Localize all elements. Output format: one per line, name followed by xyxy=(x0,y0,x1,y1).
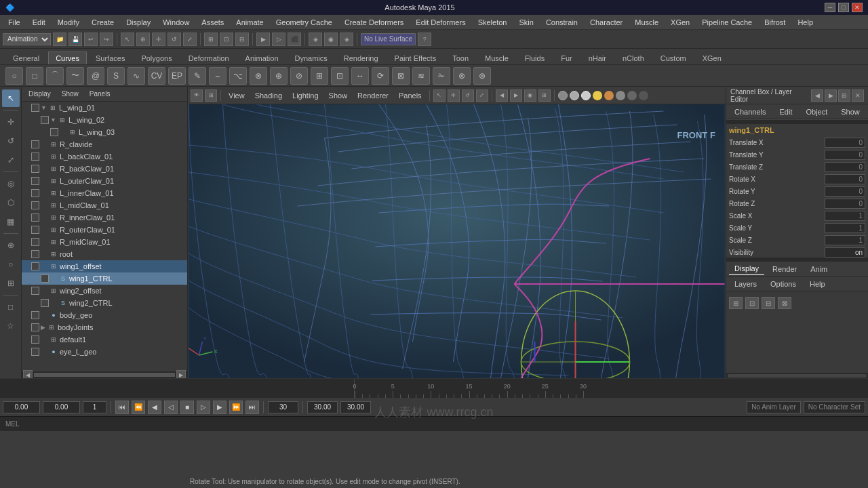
vis-toggle[interactable] xyxy=(31,104,39,112)
transport-end-time1[interactable]: 30.00 xyxy=(307,401,338,413)
vis-toggle[interactable] xyxy=(31,262,39,270)
transport-prev-key[interactable]: ◀ xyxy=(148,401,161,414)
channel-tab-show[interactable]: Show xyxy=(835,106,865,117)
transport-stop[interactable]: ■ xyxy=(180,401,194,414)
menu-item-modify[interactable]: Modify xyxy=(52,17,85,28)
curves-open-btn[interactable]: ⊕ xyxy=(270,67,288,85)
shelf-tab-xgen[interactable]: XGen xyxy=(695,52,729,64)
attr-value[interactable]: 0 xyxy=(825,199,865,209)
transport-end-time2[interactable]: 30.00 xyxy=(340,401,371,413)
shelf-tab-fluids[interactable]: Fluids xyxy=(517,52,552,64)
vp-icon-cam1[interactable]: ◀ xyxy=(496,89,508,102)
toolbar-btn-3[interactable]: ↩ xyxy=(84,33,98,46)
curves-square-btn[interactable]: □ xyxy=(26,67,43,85)
menu-item-character[interactable]: Character xyxy=(585,17,628,28)
menu-item-geometry-cache[interactable]: Geometry Cache xyxy=(271,17,338,28)
outliner-item[interactable]: ⊞L_backClaw_01 xyxy=(22,150,187,163)
menu-item-skin[interactable]: Skin xyxy=(513,17,538,28)
vis-toggle[interactable] xyxy=(31,152,39,161)
curves-rebuild-btn[interactable]: ⟳ xyxy=(372,67,389,85)
curves-cut-btn[interactable]: ✁ xyxy=(433,67,450,85)
menu-item-bifrost[interactable]: Bifrost xyxy=(759,17,791,28)
vp-icon-cam4[interactable]: ⊞ xyxy=(538,89,551,102)
vp-icon-rotate[interactable]: ↺ xyxy=(462,89,474,102)
outliner-display-menu[interactable]: Display xyxy=(24,89,55,99)
vis-toggle[interactable] xyxy=(41,274,49,283)
tool-lasso[interactable]: ○ xyxy=(2,256,20,273)
vis-toggle[interactable] xyxy=(31,323,39,331)
attr-value[interactable]: 1 xyxy=(825,235,865,245)
menu-item-file[interactable]: File xyxy=(3,17,26,28)
expand-arrow[interactable]: ▶ xyxy=(41,324,45,331)
vp-icon-move[interactable]: ✛ xyxy=(448,89,460,102)
dl-tab-render[interactable]: Render xyxy=(767,264,802,274)
outliner-scroll-left[interactable]: ◀ xyxy=(23,370,33,378)
vp-toolbar-btn2[interactable]: ⊞ xyxy=(205,89,217,102)
expand-arrow[interactable]: ▼ xyxy=(41,104,47,111)
outliner-item[interactable]: ⊞root xyxy=(22,248,187,260)
menu-item-display[interactable]: Display xyxy=(121,17,156,28)
outliner-item[interactable]: ⊞R_outerClaw_01 xyxy=(22,224,187,236)
vis-toggle[interactable] xyxy=(41,116,49,124)
shelf-tab-dynamics[interactable]: Dynamics xyxy=(288,52,335,64)
cb-icon-1[interactable]: ◀ xyxy=(811,89,823,102)
outliner-scrollbar[interactable] xyxy=(34,373,175,377)
outliner-item[interactable]: ▼⊞L_wing_02 xyxy=(22,114,187,126)
vis-toggle[interactable] xyxy=(31,140,39,148)
dl-icon-4[interactable]: ⊠ xyxy=(778,297,791,309)
outliner-item[interactable]: ⊞wing2_offset xyxy=(22,285,187,297)
menu-item-animate[interactable]: Animate xyxy=(231,17,269,28)
toolbar-snap3-btn[interactable]: ⊟ xyxy=(235,33,249,46)
outliner-item[interactable]: ▶⊞bodyJoints xyxy=(22,321,187,333)
dl-tab-display[interactable]: Display xyxy=(729,263,764,275)
menu-item-muscle[interactable]: Muscle xyxy=(629,17,664,28)
transport-play-fwd[interactable]: ▷ xyxy=(197,401,210,414)
transport-step-back[interactable]: ⏪ xyxy=(132,401,145,414)
shelf-tab-polygons[interactable]: Polygons xyxy=(134,52,179,64)
shelf-tab-general[interactable]: General xyxy=(5,52,47,64)
vp-renderer-menu[interactable]: Renderer xyxy=(353,90,393,101)
shelf-tab-toon[interactable]: Toon xyxy=(445,52,476,64)
curves-pencil-btn[interactable]: ✎ xyxy=(189,67,206,85)
outliner-item[interactable]: ⊞R_innerClaw_01 xyxy=(22,211,187,224)
outliner-show-menu[interactable]: Show xyxy=(58,89,83,99)
curves-lock-btn[interactable]: ⊘ xyxy=(290,67,308,85)
toolbar-select-btn[interactable]: ↖ xyxy=(121,33,134,46)
vp-shade-2[interactable] xyxy=(570,91,579,100)
vp-shade-6[interactable] xyxy=(616,91,625,100)
transport-step-fwd[interactable]: ⏩ xyxy=(229,401,243,414)
shelf-tab-surfaces[interactable]: Surfaces xyxy=(88,52,132,64)
outliner-item[interactable]: ⊞wing1_offset xyxy=(22,260,187,272)
curves-fit-btn[interactable]: ⊠ xyxy=(392,67,410,85)
shelf-tab-rendering[interactable]: Rendering xyxy=(336,52,386,64)
vis-toggle[interactable] xyxy=(31,201,39,209)
vis-toggle[interactable] xyxy=(31,238,39,246)
attr-value[interactable]: 0 xyxy=(825,174,865,184)
vp-shading-menu[interactable]: Shading xyxy=(251,90,286,101)
viewport-canvas[interactable]: X Y Z FRONT F xyxy=(188,104,726,378)
dl-icon-2[interactable]: ⊡ xyxy=(745,297,759,309)
vis-toggle[interactable] xyxy=(31,250,39,258)
shelf-tab-animation[interactable]: Animation xyxy=(238,52,286,64)
menu-item-constrain[interactable]: Constrain xyxy=(540,17,583,28)
transport-play-back[interactable]: ◁ xyxy=(164,401,178,414)
menu-item-create[interactable]: Create xyxy=(86,17,119,28)
curves-intersect-btn[interactable]: ⊗ xyxy=(453,67,471,85)
cb-icon-4[interactable]: ✕ xyxy=(852,89,864,102)
maximize-button[interactable]: □ xyxy=(838,3,849,12)
tool-sculpt[interactable]: ⬡ xyxy=(2,194,20,211)
vp-shade-7[interactable] xyxy=(627,91,637,100)
vp-shade-5[interactable] xyxy=(604,91,614,100)
dl-options-menu[interactable]: Options xyxy=(765,279,802,289)
close-button[interactable]: ✕ xyxy=(852,3,863,12)
menu-item-pipeline-cache[interactable]: Pipeline Cache xyxy=(696,17,757,28)
transport-next-key[interactable]: ▶ xyxy=(213,401,226,414)
shelf-tab-nhair[interactable]: nHair xyxy=(581,52,614,64)
shelf-tab-curves[interactable]: Curves xyxy=(48,52,87,64)
toolbar-move-btn[interactable]: ✛ xyxy=(152,33,165,46)
curves-smooth-btn[interactable]: ≋ xyxy=(412,67,430,85)
outliner-item[interactable]: ⊞L_wing_03 xyxy=(22,126,187,138)
toolbar-misc3-btn[interactable]: ◈ xyxy=(340,33,353,46)
shelf-tab-deformation[interactable]: Deformation xyxy=(181,52,237,64)
menu-item-skeleton[interactable]: Skeleton xyxy=(473,17,513,28)
